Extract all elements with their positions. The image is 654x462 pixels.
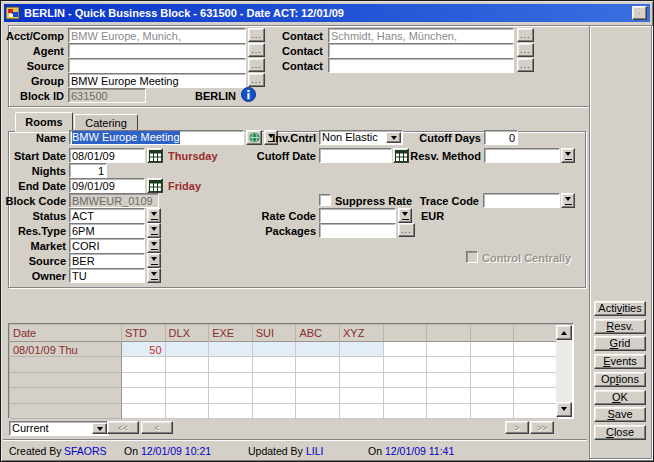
res-type-lov-button[interactable] xyxy=(147,223,161,238)
inv-cntrl-select[interactable]: Non Elastic xyxy=(319,130,403,145)
grid-cell[interactable] xyxy=(253,357,297,372)
trace-code-select[interactable] xyxy=(483,193,560,208)
info-icon[interactable] xyxy=(241,87,256,102)
options-button[interactable]: Options xyxy=(594,372,646,387)
grid-cell[interactable] xyxy=(514,357,558,372)
grid-cell[interactable] xyxy=(296,357,340,372)
view-dropdown-icon[interactable] xyxy=(92,423,107,434)
source-lov-button[interactable] xyxy=(147,253,161,268)
grid-cell[interactable]: 50 xyxy=(122,342,166,357)
contact-field-1[interactable] xyxy=(328,28,514,43)
grid-cell[interactable] xyxy=(209,373,253,388)
grid-cell[interactable] xyxy=(166,388,210,403)
end-date-input[interactable] xyxy=(69,178,145,193)
market-lov-button[interactable] xyxy=(147,238,161,253)
contact-field-3[interactable] xyxy=(328,58,514,73)
grid-cell[interactable] xyxy=(427,388,471,403)
suppress-rate-checkbox[interactable] xyxy=(319,194,331,206)
status-lov-button[interactable] xyxy=(147,208,161,223)
close-button[interactable]: Close xyxy=(594,425,646,440)
grid-cell[interactable] xyxy=(122,404,166,419)
ok-button[interactable]: OK xyxy=(594,390,646,405)
grid-cell[interactable] xyxy=(471,404,515,419)
inv-cntrl-dropdown-icon[interactable] xyxy=(386,132,401,143)
agent-field[interactable] xyxy=(68,43,246,58)
grid-cell[interactable] xyxy=(384,373,428,388)
grid-cell[interactable] xyxy=(427,373,471,388)
cutoff-date-input[interactable] xyxy=(319,148,392,163)
activities-button[interactable]: Activities xyxy=(594,301,646,316)
grid-button[interactable]: Grid xyxy=(594,336,646,351)
end-date-calendar-button[interactable] xyxy=(147,178,163,193)
res-type-select[interactable] xyxy=(69,223,145,238)
grid-cell[interactable] xyxy=(209,404,253,419)
grid-cell[interactable] xyxy=(122,388,166,403)
grid-cell[interactable] xyxy=(427,342,471,357)
grid-cell[interactable] xyxy=(340,342,384,357)
group-ellipsis-button[interactable]: ... xyxy=(248,73,265,87)
grid-cell[interactable] xyxy=(253,342,297,357)
grid-cell[interactable] xyxy=(166,373,210,388)
grid-cell[interactable] xyxy=(514,342,558,357)
grid-cell[interactable] xyxy=(166,404,210,419)
grid-cell[interactable] xyxy=(296,404,340,419)
grid-cell[interactable] xyxy=(296,388,340,403)
market-select[interactable] xyxy=(69,238,145,253)
tab-rooms[interactable]: Rooms xyxy=(15,112,73,132)
status-select[interactable] xyxy=(69,208,145,223)
grid-cell[interactable] xyxy=(514,373,558,388)
source-field[interactable] xyxy=(68,58,246,73)
grid-cell[interactable] xyxy=(514,404,558,419)
grid-cell[interactable] xyxy=(166,342,210,357)
grid-cell[interactable] xyxy=(384,404,428,419)
view-select[interactable]: Current xyxy=(9,421,109,436)
grid-cell[interactable] xyxy=(122,373,166,388)
close-window-button[interactable] xyxy=(632,6,647,20)
grid-cell[interactable] xyxy=(209,357,253,372)
title-bar[interactable]: BERLIN - Quick Business Block - 631500 -… xyxy=(4,4,650,22)
save-button[interactable]: Save xyxy=(594,407,646,422)
grid-cell[interactable] xyxy=(340,357,384,372)
packages-field[interactable] xyxy=(319,223,396,238)
rate-code-select[interactable] xyxy=(319,208,396,223)
grid-scroll-down-button[interactable] xyxy=(556,402,572,417)
owner-select[interactable] xyxy=(69,268,145,283)
owner-lov-button[interactable] xyxy=(147,268,161,283)
grid-cell[interactable] xyxy=(471,357,515,372)
resv-method-lov-button[interactable] xyxy=(561,148,575,163)
tab-catering[interactable]: Catering xyxy=(74,114,138,131)
contact-ellipsis-button-1[interactable]: ... xyxy=(517,28,534,42)
grid-cell[interactable] xyxy=(384,388,428,403)
cutoff-days-input[interactable] xyxy=(484,130,518,145)
start-date-input[interactable] xyxy=(69,148,145,163)
grid-cell[interactable] xyxy=(427,357,471,372)
grid-cell[interactable] xyxy=(253,373,297,388)
grid-cell[interactable] xyxy=(340,373,384,388)
grid-cell[interactable] xyxy=(209,388,253,403)
grid-cell[interactable] xyxy=(122,357,166,372)
grid-cell[interactable] xyxy=(296,342,340,357)
events-button[interactable]: Events xyxy=(594,354,646,369)
packages-ellipsis-button[interactable]: ... xyxy=(398,223,415,237)
grid-cell[interactable] xyxy=(384,342,428,357)
grid-cell[interactable] xyxy=(471,388,515,403)
grid-cell[interactable] xyxy=(340,404,384,419)
grid-cell[interactable] xyxy=(514,388,558,403)
grid-cell[interactable] xyxy=(209,342,253,357)
resv-method-select[interactable] xyxy=(484,148,560,163)
contact-ellipsis-button-2[interactable]: ... xyxy=(517,43,534,57)
grid-cell[interactable] xyxy=(253,404,297,419)
nights-input[interactable] xyxy=(69,163,107,178)
trace-code-lov-button[interactable] xyxy=(561,193,575,208)
grid-cell[interactable] xyxy=(166,357,210,372)
grid-cell[interactable] xyxy=(427,404,471,419)
acctcomp-field[interactable] xyxy=(68,28,246,43)
grid-cell[interactable] xyxy=(340,388,384,403)
grid-scroll-up-button[interactable] xyxy=(556,325,572,340)
source-select[interactable] xyxy=(69,253,145,268)
group-field[interactable] xyxy=(68,73,246,88)
contact-field-2[interactable] xyxy=(328,43,514,58)
grid-cell[interactable] xyxy=(384,357,428,372)
name-input[interactable]: BMW Europe Meeting xyxy=(69,130,244,145)
grid-scroll-track[interactable] xyxy=(556,340,572,402)
